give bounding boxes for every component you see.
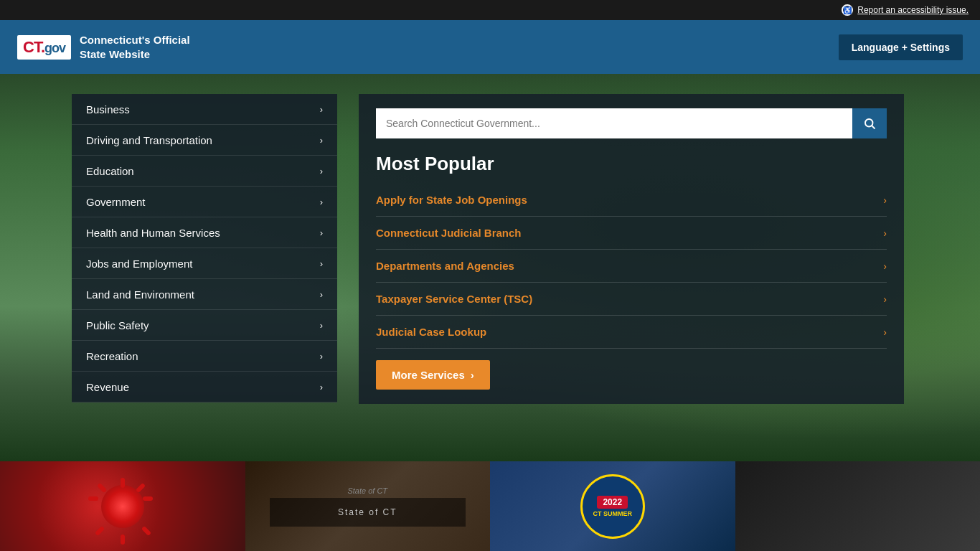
popular-item-label: Apply for State Job Openings: [376, 194, 527, 206]
menu-item-government[interactable]: Government ›: [72, 187, 337, 217]
ct-summer-label: CT SUMMER: [593, 510, 633, 517]
search-row: [376, 108, 887, 138]
menu-item-label: Business: [86, 103, 130, 116]
menu-item-business[interactable]: Business ›: [72, 94, 337, 125]
menu-item-revenue[interactable]: Revenue ›: [72, 372, 337, 402]
menu-item-land-environment[interactable]: Land and Environment ›: [72, 279, 337, 310]
card-summer[interactable]: 2022 CT SUMMER: [490, 461, 735, 551]
menu-item-recreation[interactable]: Recreation ›: [72, 341, 337, 372]
virus-graphic: [90, 474, 155, 539]
menu-item-label: Education: [86, 165, 134, 177]
logo-area: CT.gov Connecticut's Official State Webs…: [17, 33, 190, 61]
menu-item-label: Revenue: [86, 381, 129, 393]
site-title-line1: Connecticut's Official: [80, 33, 190, 47]
menu-item-label: Jobs and Employment: [86, 258, 192, 270]
menu-item-education[interactable]: Education ›: [72, 156, 337, 187]
popular-item-arrow-icon: ›: [883, 194, 887, 206]
summer-badge: 2022 CT SUMMER: [580, 474, 645, 539]
menu-arrow-icon: ›: [320, 166, 323, 176]
logo-ct: CT: [23, 38, 41, 56]
accessibility-link[interactable]: ♿ Report an accessibility issue.: [842, 4, 969, 16]
svg-line-1: [872, 126, 875, 128]
card4-content: [735, 461, 981, 551]
year-badge: 2022: [597, 496, 628, 509]
popular-item-taxpayer[interactable]: Taxpayer Service Center (TSC) ›: [376, 283, 887, 316]
accessibility-icon: ♿: [842, 4, 853, 16]
menu-arrow-icon: ›: [320, 227, 323, 238]
logo-gov: gov: [44, 41, 65, 55]
site-title-line2: State Website: [80, 47, 190, 62]
menu-arrow-icon: ›: [320, 382, 323, 392]
menu-item-jobs-employment[interactable]: Jobs and Employment ›: [72, 248, 337, 279]
menu-item-label: Land and Environment: [86, 288, 194, 301]
card2-logo-area: State of CT: [270, 498, 466, 527]
navigation-menu: Business › Driving and Transportation › …: [72, 94, 337, 402]
popular-item-arrow-icon: ›: [883, 260, 887, 272]
menu-item-label: Public Safety: [86, 319, 149, 331]
hero-section: Business › Driving and Transportation › …: [0, 74, 980, 461]
menu-arrow-icon: ›: [320, 135, 323, 146]
card-state-ct[interactable]: State of CT State of CT: [245, 461, 491, 551]
search-input[interactable]: [376, 108, 852, 138]
popular-item-arrow-icon: ›: [883, 293, 887, 305]
more-services-label: More Services: [392, 369, 465, 381]
popular-item-label: Judicial Case Lookup: [376, 326, 486, 338]
svg-point-0: [865, 119, 873, 127]
bottom-cards: State of CT State of CT 2022 CT SUMMER: [0, 461, 980, 551]
language-settings-button[interactable]: Language + Settings: [839, 34, 963, 60]
accessibility-text: Report an accessibility issue.: [857, 5, 969, 15]
popular-item-judicial-branch[interactable]: Connecticut Judicial Branch ›: [376, 217, 887, 250]
right-panel: Most Popular Apply for State Job Opening…: [359, 94, 904, 404]
card-state-ct-content: State of CT State of CT: [245, 461, 491, 551]
card2-subtext: State of CT: [338, 507, 397, 517]
site-header: CT.gov Connecticut's Official State Webs…: [0, 20, 980, 74]
popular-item-label: Taxpayer Service Center (TSC): [376, 293, 532, 305]
top-bar: ♿ Report an accessibility issue.: [0, 0, 980, 20]
search-button[interactable]: [852, 108, 887, 138]
card-extra[interactable]: [735, 461, 981, 551]
menu-arrow-icon: ›: [320, 197, 323, 207]
menu-arrow-icon: ›: [320, 320, 323, 331]
popular-item-arrow-icon: ›: [883, 326, 887, 338]
popular-item-arrow-icon: ›: [883, 227, 887, 239]
menu-arrow-icon: ›: [320, 104, 323, 115]
search-icon: [863, 117, 876, 130]
menu-item-driving-transportation[interactable]: Driving and Transportation ›: [72, 125, 337, 156]
menu-arrow-icon: ›: [320, 351, 323, 362]
menu-item-label: Health and Human Services: [86, 227, 220, 239]
menu-item-label: Recreation: [86, 350, 138, 362]
card2-label: State of CT: [347, 486, 387, 495]
logo-box: CT.gov: [17, 35, 71, 60]
card-covid[interactable]: [0, 461, 245, 551]
card-summer-content: 2022 CT SUMMER: [490, 461, 735, 551]
popular-item-label: Connecticut Judicial Branch: [376, 227, 522, 239]
menu-arrow-icon: ›: [320, 258, 323, 269]
menu-arrow-icon: ›: [320, 289, 323, 300]
popular-item-departments[interactable]: Departments and Agencies ›: [376, 250, 887, 283]
popular-item-judicial-case[interactable]: Judicial Case Lookup ›: [376, 316, 887, 349]
popular-item-state-jobs[interactable]: Apply for State Job Openings ›: [376, 184, 887, 217]
more-services-button[interactable]: More Services ›: [376, 360, 490, 390]
more-services-arrow-icon: ›: [471, 369, 474, 381]
menu-item-health-human-services[interactable]: Health and Human Services ›: [72, 217, 337, 248]
menu-item-label: Driving and Transportation: [86, 134, 212, 146]
menu-item-public-safety[interactable]: Public Safety ›: [72, 310, 337, 341]
popular-item-label: Departments and Agencies: [376, 260, 514, 272]
site-title: Connecticut's Official State Website: [80, 33, 190, 61]
menu-item-label: Government: [86, 196, 146, 208]
most-popular-title: Most Popular: [376, 153, 887, 175]
card-covid-content: [0, 461, 245, 551]
